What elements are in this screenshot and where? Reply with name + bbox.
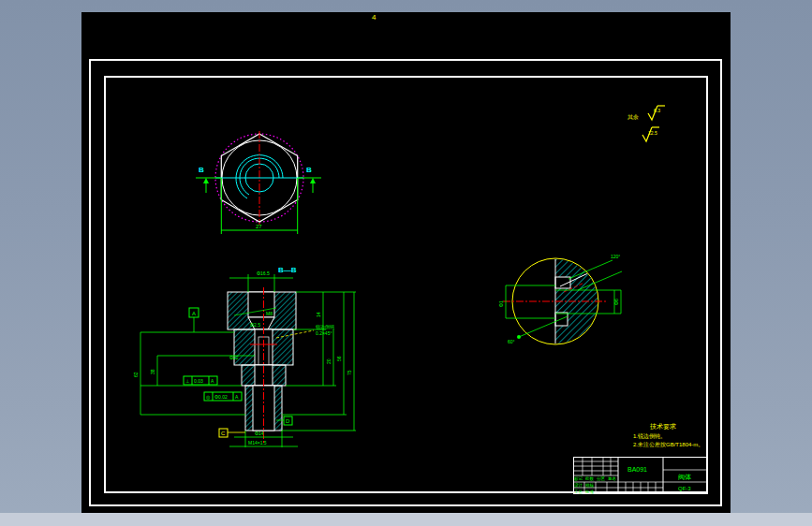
notes-line-2: 2.未注公差按GB/T1804-m。 [633, 441, 703, 447]
dim-14: 14 [316, 312, 321, 317]
title-label-zone: 分区 [597, 475, 606, 481]
detail-dim-left: Φ1 [498, 300, 504, 307]
dim-62: 62 [133, 372, 139, 377]
hex-top-view: B B 27 [180, 120, 348, 241]
section-arrowhead-left [203, 178, 209, 183]
datum-c-text: C [221, 431, 226, 436]
technical-notes: 技术要求 1.锐边倒钝。 2.未注公差按GB/T1804-m。 [629, 420, 742, 454]
section-label: B—B [278, 266, 297, 274]
hex-width-dim: 27 [256, 224, 262, 229]
d-leader-dot [517, 335, 521, 339]
gdt1-datum: A [211, 378, 214, 384]
gdt1-tolerance: 0.03 [194, 378, 203, 384]
title-label-check: 校核 [585, 483, 595, 488]
gdt2-datum: A [235, 394, 239, 400]
dim-thread: M14×1.5 [248, 440, 267, 446]
section-view: B—B Φ16.5 [128, 263, 367, 455]
window-bottom-strip [0, 513, 812, 526]
detail-dim-angle: 120° [611, 254, 620, 259]
title-drawing-code: QF-3 [678, 486, 691, 491]
detail-view: Φ1 Φ6 120° 60° [498, 251, 643, 361]
datum-a-text: A [192, 311, 196, 316]
dim-38: 38 [150, 369, 155, 374]
section-arrowhead-right [310, 178, 316, 183]
section-letter-left: B [199, 166, 204, 174]
title-label-approve: 批准 [584, 489, 595, 494]
gdt1-symbol: ⊥ [185, 378, 189, 384]
dim-m8: M8 [266, 311, 273, 316]
dim-phi22: Φ22 [229, 355, 239, 360]
section-letter-right: B [306, 166, 312, 174]
dim-phi14: Φ14 [255, 431, 264, 436]
finish-value-1: 6.3 [654, 108, 660, 113]
gdt2-tolerance: Φ0.02 [214, 394, 228, 400]
title-label-count: 处数 [585, 475, 595, 481]
canvas-top-mark: 4 [372, 13, 376, 22]
note-line1: 锐边倒钝 [316, 324, 334, 330]
dim-phi25: Φ2.5 [250, 322, 260, 328]
title-label-mark: 标记 [573, 475, 583, 482]
gdt2-symbol: ◎ [206, 394, 211, 400]
notes-title: 技术要求 [649, 423, 676, 431]
application-window: 4 B B 27 [0, 0, 812, 526]
cad-drawing-canvas[interactable]: 4 B B 27 [81, 12, 731, 513]
dim-20: 20 [326, 358, 332, 364]
title-label-design: 设计 [574, 482, 583, 488]
title-part-name: 阀体 [678, 474, 691, 481]
dim-56: 56 [336, 356, 342, 361]
detail-dim-leader: 60° [508, 339, 515, 344]
finish-prefix-label: 其余 [627, 114, 639, 121]
surface-finish-symbols: 其余 6.3 12.5 [627, 104, 684, 151]
gdt-frame-2: ◎ Φ0.02 A [204, 392, 242, 401]
note-line2: 0.2×45° [316, 330, 332, 336]
gdt-frame-1: ⊥ 0.03 A [184, 376, 217, 385]
detail-dim-right: Φ6 [613, 299, 619, 305]
title-label-process: 工艺 [574, 489, 583, 494]
datum-d-text: D [286, 418, 290, 424]
title-block: BA091 阀体 QF-3 标记 处数 分区 签名 设计 校核 工艺 批准 [573, 457, 708, 494]
notes-line-1: 1.锐边倒钝。 [633, 432, 666, 440]
title-part-no: BA091 [627, 466, 647, 473]
title-label-sign: 签名 [608, 476, 616, 481]
dim-75: 75 [347, 370, 352, 375]
top-dim-text: Φ16.5 [257, 270, 270, 276]
finish-value-2: 12.5 [648, 130, 657, 136]
